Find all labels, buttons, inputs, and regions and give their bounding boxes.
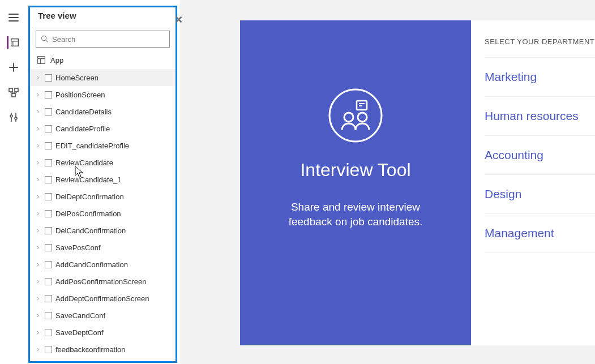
chevron-right-icon[interactable]: › bbox=[35, 125, 41, 132]
chevron-right-icon[interactable]: › bbox=[35, 277, 41, 285]
department-item[interactable]: Human resources bbox=[485, 97, 595, 136]
phone-preview: Interview Tool Share and review intervie… bbox=[240, 20, 471, 345]
chevron-right-icon[interactable]: › bbox=[35, 192, 41, 200]
chevron-right-icon[interactable]: › bbox=[35, 294, 41, 302]
left-toolbar bbox=[0, 0, 27, 364]
screen-icon bbox=[45, 159, 52, 166]
tree-item-label: ReviewCandidate_1 bbox=[55, 175, 173, 184]
tree-item-label: DelPosConfirmation bbox=[55, 209, 173, 218]
department-item[interactable]: Marketing bbox=[485, 57, 595, 97]
screen-icon bbox=[45, 329, 52, 336]
tree-item[interactable]: ›HomeScreen··· bbox=[30, 69, 175, 86]
screen-icon bbox=[45, 295, 52, 302]
tree-item[interactable]: ›DelDeptConfirmation bbox=[30, 188, 175, 205]
svg-rect-3 bbox=[9, 88, 12, 92]
tree-item[interactable]: ›DelPosConfirmation bbox=[30, 205, 175, 222]
department-item[interactable]: Accounting bbox=[485, 136, 595, 175]
department-panel: SELECT YOUR DEPARTMENT MarketingHuman re… bbox=[471, 20, 595, 345]
screen-icon bbox=[45, 74, 52, 82]
chevron-right-icon[interactable]: › bbox=[35, 328, 41, 336]
app-label: App bbox=[50, 56, 63, 65]
tree-panel: Tree view App ›HomeScreen···›PositionScr… bbox=[27, 0, 181, 364]
svg-point-10 bbox=[344, 113, 353, 122]
svg-rect-5 bbox=[12, 93, 15, 97]
svg-rect-0 bbox=[11, 39, 18, 46]
tree-item-label: DelDeptConfirmation bbox=[55, 192, 173, 201]
search-input-wrap[interactable] bbox=[36, 31, 170, 48]
screen-icon bbox=[45, 261, 52, 268]
screen-icon bbox=[45, 278, 52, 285]
tree-item-label: SavePosConf bbox=[55, 243, 173, 252]
tools-icon[interactable] bbox=[7, 111, 20, 123]
tree-item[interactable]: ›AddDeptConfirmationScreen bbox=[30, 290, 175, 307]
screen-icon bbox=[45, 108, 52, 115]
tree-item-label: AddDeptConfirmationScreen bbox=[55, 294, 173, 303]
search-icon bbox=[41, 35, 49, 43]
tree-item-label: CandidateDetails bbox=[55, 108, 173, 116]
tree-item[interactable]: ›SaveDeptConf bbox=[30, 324, 175, 341]
tree-item-label: CandidateProfile bbox=[55, 125, 173, 133]
chevron-right-icon[interactable]: › bbox=[35, 175, 41, 183]
tree-item-label: DelCandConfirmation bbox=[55, 226, 173, 235]
screen-icon bbox=[45, 227, 52, 234]
tree-list: ›HomeScreen···›PositionScreen›CandidateD… bbox=[30, 69, 175, 361]
svg-rect-7 bbox=[38, 57, 45, 64]
chevron-right-icon[interactable]: › bbox=[35, 91, 41, 99]
chevron-right-icon[interactable]: › bbox=[35, 142, 41, 149]
screen-icon bbox=[45, 176, 52, 183]
chevron-right-icon[interactable]: › bbox=[35, 243, 41, 251]
app-icon bbox=[37, 55, 46, 65]
chevron-right-icon[interactable]: › bbox=[35, 209, 41, 217]
tree-item[interactable]: ›AddCandConfirmation bbox=[30, 256, 175, 273]
tree-item[interactable]: ›SavePosConf bbox=[30, 239, 175, 256]
svg-point-11 bbox=[358, 113, 367, 122]
chevron-right-icon[interactable]: › bbox=[35, 159, 41, 166]
data-icon[interactable] bbox=[7, 86, 20, 99]
tree-item[interactable]: ›CandidateDetails bbox=[30, 103, 175, 120]
chevron-right-icon[interactable]: › bbox=[35, 260, 41, 268]
tree-item[interactable]: ›ReviewCandidate_1 bbox=[30, 171, 175, 188]
tree-item-label: AddCandConfirmation bbox=[55, 260, 173, 269]
svg-point-8 bbox=[329, 89, 382, 142]
canvas: Interview Tool Share and review intervie… bbox=[181, 0, 595, 364]
tree-item-label: SaveCandConf bbox=[55, 311, 173, 320]
screen-icon bbox=[45, 346, 52, 353]
tree-view-icon[interactable] bbox=[7, 36, 19, 49]
department-list: MarketingHuman resourcesAccountingDesign… bbox=[485, 57, 595, 253]
tree-item[interactable]: ›PositionScreen bbox=[30, 86, 175, 103]
svg-rect-4 bbox=[15, 88, 18, 92]
tree-item[interactable]: ›feedbackconfirmation bbox=[30, 341, 175, 358]
search-input[interactable] bbox=[52, 35, 165, 44]
tree-item[interactable]: ›ReviewCandidate··· bbox=[30, 154, 175, 171]
tree-title: Tree view bbox=[38, 11, 76, 20]
tree-item[interactable]: ›CandidateProfile bbox=[30, 120, 175, 137]
chevron-right-icon[interactable]: › bbox=[35, 74, 41, 82]
tree-item[interactable]: ›AddPosConfirmationScreen bbox=[30, 273, 175, 290]
chevron-right-icon[interactable]: › bbox=[35, 345, 41, 353]
app-root-row[interactable]: App bbox=[30, 52, 175, 69]
chevron-right-icon[interactable]: › bbox=[35, 311, 41, 319]
screen-icon bbox=[45, 193, 52, 200]
tree-item-label: PositionScreen bbox=[55, 91, 173, 99]
tree-item-label: SaveDeptConf bbox=[55, 328, 173, 337]
svg-rect-2 bbox=[12, 41, 18, 46]
tree-item[interactable]: ›EDIT_candidateProfile bbox=[30, 137, 175, 154]
tree-item-label: EDIT_candidateProfile bbox=[55, 142, 173, 150]
screen-icon bbox=[45, 210, 52, 217]
tree-item[interactable]: ›SaveCandConf bbox=[30, 307, 175, 324]
hamburger-icon[interactable] bbox=[7, 11, 20, 24]
department-item[interactable]: Management bbox=[485, 214, 595, 253]
chevron-right-icon[interactable]: › bbox=[35, 226, 41, 234]
tree-item-label: ReviewCandidate bbox=[55, 159, 173, 167]
tree-item[interactable]: ›DelCandConfirmation bbox=[30, 222, 175, 239]
close-icon[interactable]: ✕ bbox=[174, 14, 183, 26]
tree-item-label: HomeScreen bbox=[55, 74, 173, 82]
plus-icon[interactable] bbox=[7, 61, 20, 74]
app-graphic-icon bbox=[327, 87, 384, 144]
chevron-right-icon[interactable]: › bbox=[35, 108, 41, 115]
screen-icon bbox=[45, 91, 52, 99]
department-header: SELECT YOUR DEPARTMENT bbox=[485, 20, 595, 57]
department-item[interactable]: Design bbox=[485, 175, 595, 214]
svg-point-6 bbox=[41, 36, 46, 40]
screen-icon bbox=[45, 244, 52, 251]
